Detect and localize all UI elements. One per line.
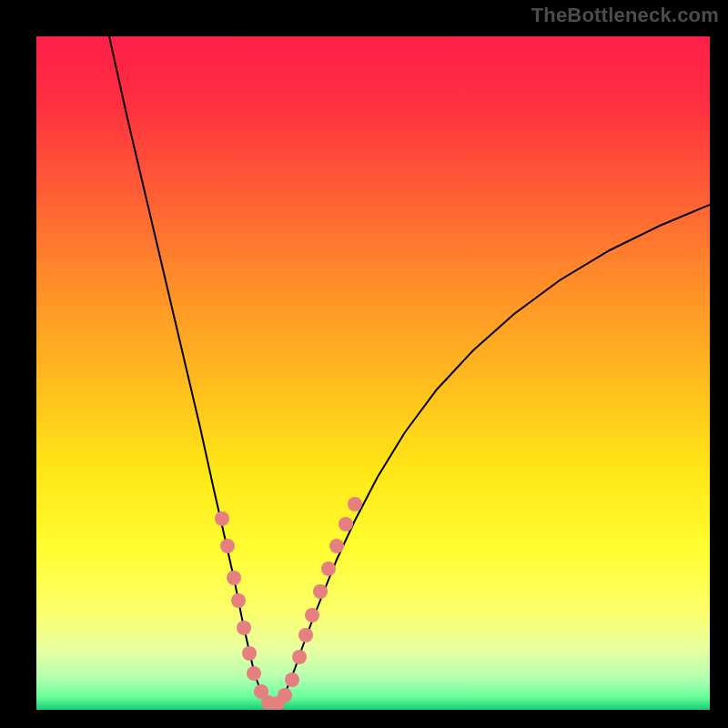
attribution-text: TheBottleneck.com: [531, 5, 719, 25]
marker-dot: [321, 561, 336, 576]
marker-dot: [231, 593, 246, 608]
marker-dot: [285, 672, 299, 687]
marker-dot: [215, 511, 229, 526]
marker-dot: [278, 688, 292, 703]
marker-dot: [339, 517, 353, 531]
plot-area: [36, 36, 710, 710]
marker-dot: [313, 584, 328, 599]
marker-dot: [220, 539, 235, 553]
curve-right-branch: [282, 205, 710, 701]
marker-dot: [227, 571, 241, 585]
marker-dot: [348, 497, 362, 511]
marker-dot: [298, 628, 313, 642]
curves-layer: [36, 36, 710, 710]
marker-dot: [242, 646, 257, 661]
chart-frame: TheBottleneck.com: [0, 0, 728, 728]
marker-dot: [329, 539, 344, 553]
marker-dot: [247, 666, 261, 681]
marker-dot: [237, 621, 251, 635]
marker-group: [215, 497, 362, 711]
marker-dot: [292, 650, 307, 664]
marker-dot: [305, 608, 319, 622]
